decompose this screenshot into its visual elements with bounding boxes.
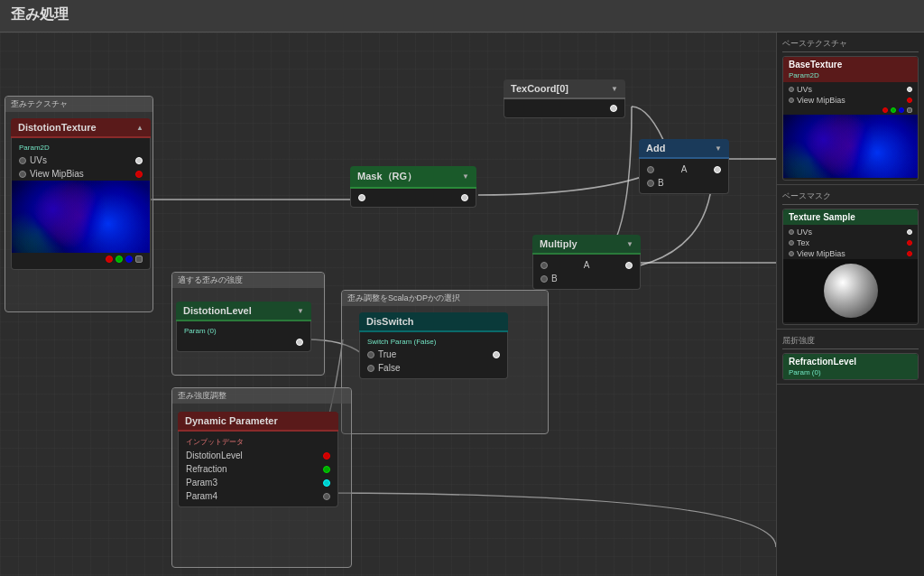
panel-color-pins: [783, 106, 918, 115]
pin-mask-out: [461, 194, 468, 201]
pin-panel-viewmip-out: [907, 98, 912, 103]
node-distortion-texture-header: DistotionTexture ▲: [11, 118, 151, 138]
comment-warp-adjust-label: 歪み調整をScalaかDPかの選択: [342, 291, 548, 306]
pin-disswitch-out: [493, 351, 500, 358]
texture-psychedelic-img: [12, 181, 150, 253]
panel-ts-viewmip-row: View MipBias: [783, 248, 918, 259]
pin-false-in: [367, 365, 374, 372]
pin-dp-param3-out: [323, 479, 330, 487]
pin-add-out: [714, 166, 721, 173]
multiply-b-row: B: [533, 272, 640, 285]
comment-strength-adjust-label: 歪み強度調整: [172, 388, 351, 404]
dp-param3-row: Param3: [179, 476, 337, 489]
title-bar: 歪み処理: [0, 0, 924, 33]
pin-g: [116, 255, 123, 263]
panel-node-texture-sample: Texture Sample UVs Tex View MipBias: [782, 209, 919, 325]
panel-node-base-texture-body: UVs View MipBias: [783, 82, 918, 180]
pin-add-b-in: [647, 180, 654, 187]
panel-texture-img: [783, 115, 918, 178]
panel-node-refraction-header: RefractionLevel Param (0): [783, 354, 918, 379]
pin-b: [125, 255, 133, 263]
chevron-icon: ▲: [136, 124, 143, 132]
pin-uvs-row: UVs: [12, 153, 150, 167]
right-panel: ベーステクスチャ BaseTexture Param2D UVs View Mi…: [776, 33, 924, 576]
node-dynamic-parameter-header: Dynamic Parameter: [178, 412, 338, 432]
pin-ts-viewmip: [789, 251, 794, 256]
canvas-area[interactable]: 歪みテクスチャ DistotionTexture ▲ Param2D UVs V…: [0, 33, 776, 576]
node-multiply-body: A B: [532, 255, 641, 290]
pin-ts-tex-out: [907, 240, 912, 246]
pin-uvs-out: [135, 157, 143, 164]
pin-uvs-in: [19, 157, 26, 164]
texcoord-out-row: [504, 103, 624, 114]
node-multiply[interactable]: Multiply ▼ A B: [532, 235, 641, 290]
panel-section-base-texture-title: ベーステクスチャ: [782, 36, 919, 52]
chevron-icon: ▼: [297, 307, 304, 315]
panel-section-base-mask: ベースマスク Texture Sample UVs Tex View M: [777, 185, 924, 330]
pin-ts-uvs-out: [907, 229, 912, 235]
panel-node-base-texture-header: BaseTexture Param2D: [783, 57, 918, 82]
panel-sphere-img: [824, 264, 878, 318]
pin-ts-uvs: [789, 229, 794, 235]
panel-section-base-texture: ベーステクスチャ BaseTexture Param2D UVs View Mi…: [777, 33, 924, 185]
panel-ts-uvs-row: UVs: [783, 227, 918, 237]
pin-pb: [899, 107, 904, 113]
node-distortion-texture[interactable]: DistotionTexture ▲ Param2D UVs View MipB…: [11, 118, 151, 270]
panel-section-refraction-title: 屈折強度: [782, 333, 919, 349]
multiply-a-row: A: [533, 258, 640, 272]
panel-node-base-texture: BaseTexture Param2D UVs View MipBias: [782, 56, 919, 181]
texture-preview: [12, 181, 150, 253]
pin-dp-refraction-out: [323, 466, 330, 473]
panel-uvs-row: UVs: [783, 84, 918, 95]
node-add[interactable]: Add ▼ A B: [639, 139, 729, 194]
pin-mask-in: [358, 194, 365, 201]
panel-node-texture-sample-body: UVs Tex View MipBias: [783, 225, 918, 324]
node-mask-rg-body: [350, 189, 476, 208]
add-b-row: B: [640, 176, 728, 190]
pin-dp-distlevel-out: [323, 452, 330, 460]
chevron-icon: ▼: [715, 144, 722, 153]
node-texcoord[interactable]: TexCoord[0] ▼: [504, 79, 625, 118]
pin-true-in: [367, 351, 374, 358]
panel-ts-tex-row: Tex: [783, 237, 918, 248]
dp-distlevel-row: DistotionLevel: [179, 449, 337, 462]
chevron-icon: ▼: [626, 240, 633, 248]
node-dynamic-parameter-body: インプットデータ DistotionLevel Refraction Param…: [178, 432, 338, 507]
node-distortion-texture-body: Param2D UVs View MipBias: [11, 138, 151, 270]
pin-pa: [907, 107, 912, 113]
pin-texcoord-out: [610, 105, 617, 112]
color-pins-row: [12, 253, 150, 265]
pin-panel-viewmip: [789, 98, 794, 103]
node-disswitch-header: DisSwitch: [359, 312, 508, 332]
add-a-row: A: [640, 163, 728, 176]
node-add-body: A B: [639, 159, 729, 194]
panel-node-texture-sample-header: Texture Sample: [783, 209, 918, 225]
mask-rg-pins: [351, 192, 476, 203]
pin-viewmipbias-out: [135, 171, 143, 178]
node-distortion-level-header: DistotionLevel ▼: [176, 302, 311, 321]
node-mask-rg-header: Mask（RG） ▼: [350, 166, 476, 189]
panel-texture-preview: [783, 115, 918, 178]
node-distortion-level[interactable]: DistotionLevel ▼ Param (0): [176, 302, 311, 352]
node-mask-rg[interactable]: Mask（RG） ▼: [350, 166, 476, 208]
dp-refraction-row: Refraction: [179, 462, 337, 476]
node-add-header: Add ▼: [639, 139, 729, 159]
node-disswitch[interactable]: DisSwitch Switch Param (False) True Fals…: [359, 312, 508, 379]
distlevel-out-row: [177, 337, 310, 348]
node-texcoord-body: [504, 99, 625, 118]
pin-ts-tex: [789, 240, 794, 246]
comment-warp-texture-label: 歪みテクスチャ: [5, 97, 152, 112]
node-dynamic-parameter[interactable]: Dynamic Parameter インプットデータ DistotionLeve…: [178, 412, 338, 507]
dp-param4-row: Param4: [179, 489, 337, 503]
pin-mult-b-in: [541, 275, 548, 283]
comment-warp-strength-label: 適する歪みの強度: [172, 273, 324, 288]
pin-pg: [891, 107, 896, 113]
node-multiply-header: Multiply ▼: [532, 235, 641, 255]
pin-alpha: [135, 255, 143, 263]
pin-r: [106, 255, 113, 263]
panel-section-base-mask-title: ベースマスク: [782, 189, 919, 205]
panel-node-refraction-level: RefractionLevel Param (0): [782, 353, 919, 380]
pin-ts-viewmip-out: [907, 251, 912, 256]
pin-dp-param4-out: [323, 493, 330, 500]
pin-mult-out: [625, 262, 633, 269]
